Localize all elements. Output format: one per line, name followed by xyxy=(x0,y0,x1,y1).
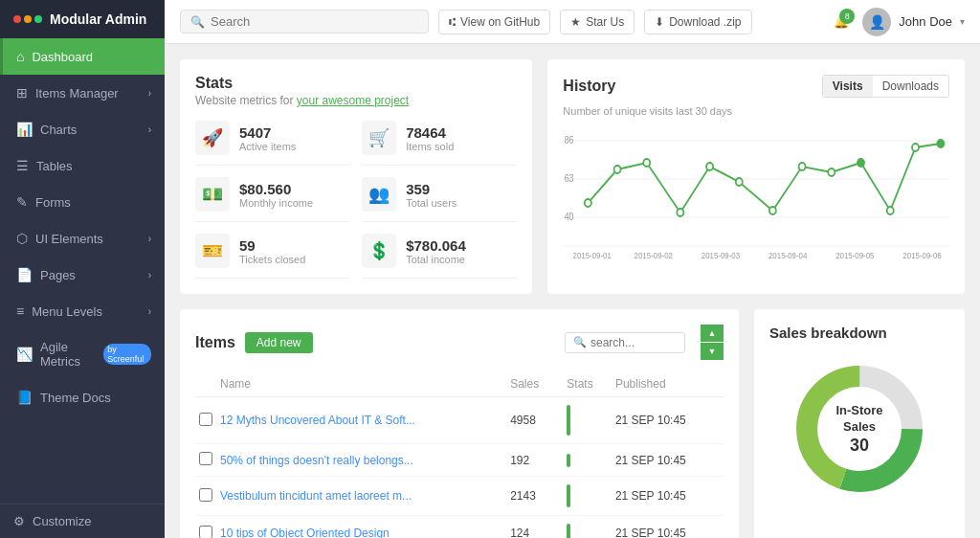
item-published-3: 21 SEP 10:45 xyxy=(612,516,724,539)
tab-downloads[interactable]: Downloads xyxy=(873,76,948,97)
stat-value-1: 78464 xyxy=(406,124,454,141)
stat-icon-4: 🎫 xyxy=(195,234,230,268)
search-input[interactable] xyxy=(211,14,418,29)
stat-item-3: 👥 359 Total users xyxy=(362,177,517,222)
svg-text:2015-09-02: 2015-09-02 xyxy=(635,250,674,260)
stats-card: Stats Website metrics for your awesome p… xyxy=(180,59,532,294)
mini-bar-1 xyxy=(567,454,570,467)
bottom-row: Items Add new 🔍 ▲ ▼ Name xyxy=(180,309,965,538)
logo-dot-green xyxy=(34,15,42,23)
notification-bell[interactable]: 🔔 8 xyxy=(834,14,849,29)
chevron-right-icon: › xyxy=(148,234,151,244)
svg-point-16 xyxy=(858,159,864,167)
star-button[interactable]: ★ Star Us xyxy=(560,10,635,34)
history-card: History Visits Downloads Number of uniqu… xyxy=(547,59,965,294)
item-name-1[interactable]: 50% of things doesn't really belongs... xyxy=(220,454,413,467)
history-subtitle: Number of unique visits last 30 days xyxy=(563,105,949,117)
svg-point-18 xyxy=(912,144,919,151)
stat-item-5: 💲 $780.064 Total income xyxy=(362,234,517,279)
stat-icon-3: 👥 xyxy=(362,177,396,212)
svg-text:2015-09-03: 2015-09-03 xyxy=(702,250,741,260)
sidebar-item-label: Menu Levels xyxy=(32,304,102,319)
chevron-right-icon: › xyxy=(148,270,151,280)
tab-visits[interactable]: Visits xyxy=(823,76,873,97)
item-name-2[interactable]: Vestibulum tincidunt amet laoreet m... xyxy=(220,489,412,503)
col-sales: Sales xyxy=(506,371,563,397)
stat-value-4: 59 xyxy=(239,237,305,254)
sort-up-button[interactable]: ▲ xyxy=(701,325,724,342)
user-menu[interactable]: 👤 John Doe ▾ xyxy=(862,8,965,36)
svg-point-8 xyxy=(614,166,621,173)
stat-label-2: Monthly income xyxy=(239,197,313,209)
sidebar-item-tables[interactable]: ☰ Tables xyxy=(0,147,165,184)
sidebar-item-ui-elements[interactable]: ⬡ UI Elements › xyxy=(0,220,165,257)
sidebar-item-dashboard[interactable]: ⌂ Dashboard xyxy=(0,38,165,75)
item-sales-0: 4958 xyxy=(506,397,563,444)
sidebar-item-theme-docs[interactable]: 📘 Theme Docs xyxy=(0,379,165,415)
svg-point-10 xyxy=(678,209,684,216)
add-new-button[interactable]: Add new xyxy=(245,332,313,353)
sidebar-item-agile-metrics[interactable]: 📉 Agile Metrics by Screenful xyxy=(0,329,165,379)
svg-point-11 xyxy=(706,163,713,170)
stat-icon-2: 💵 xyxy=(195,177,230,212)
svg-point-17 xyxy=(887,207,894,214)
row-checkbox-0[interactable] xyxy=(199,413,212,426)
ui-icon: ⬡ xyxy=(16,231,28,246)
table-row: 12 Myths Uncovered About IT & Soft... 49… xyxy=(195,397,724,444)
row-checkbox-2[interactable] xyxy=(199,488,212,502)
sidebar-item-label: Theme Docs xyxy=(40,391,111,405)
history-tabs: Visits Downloads xyxy=(822,75,949,98)
stat-label-4: Tickets closed xyxy=(239,254,305,265)
chevron-right-icon: › xyxy=(148,124,151,135)
history-title: History xyxy=(563,78,821,95)
topbar: 🔍 ⑆ View on GitHub ★ Star Us ⬇ Download … xyxy=(165,0,980,44)
sidebar-item-label: Charts xyxy=(40,123,77,137)
gear-icon: ⚙ xyxy=(13,514,25,528)
customize-label: Customize xyxy=(33,514,91,528)
menu-icon: ≡ xyxy=(16,303,24,319)
svg-text:2015-09-04: 2015-09-04 xyxy=(768,250,808,260)
svg-point-13 xyxy=(769,207,776,214)
form-icon: ✎ xyxy=(16,194,28,210)
search-icon-small: 🔍 xyxy=(573,336,587,348)
col-name: Name xyxy=(216,371,506,397)
stat-item-0: 🚀 5407 Active items xyxy=(195,121,350,166)
pages-icon: 📄 xyxy=(16,267,33,282)
user-name: John Doe xyxy=(899,14,952,29)
github-label: View on GitHub xyxy=(460,15,540,29)
download-button[interactable]: ⬇ Download .zip xyxy=(644,10,751,34)
items-search-input[interactable] xyxy=(590,336,677,349)
stat-icon-1: 🛒 xyxy=(362,121,396,155)
sidebar-item-pages[interactable]: 📄 Pages › xyxy=(0,257,165,293)
sidebar-item-forms[interactable]: ✎ Forms xyxy=(0,184,165,220)
sidebar-item-menu-levels[interactable]: ≡ Menu Levels › xyxy=(0,293,165,329)
customize-button[interactable]: ⚙ Customize xyxy=(0,504,165,538)
svg-point-19 xyxy=(938,140,945,147)
grid-icon: ⊞ xyxy=(16,85,28,101)
table-row: Vestibulum tincidunt amet laoreet m... 2… xyxy=(195,477,724,516)
items-search[interactable]: 🔍 xyxy=(565,332,685,353)
sidebar-item-label: UI Elements xyxy=(35,232,103,246)
search-box[interactable]: 🔍 xyxy=(180,10,429,34)
col-stats: Stats xyxy=(563,371,612,397)
donut-center-label: In-Store Sales xyxy=(821,403,898,436)
svg-point-9 xyxy=(644,159,651,167)
item-name-0[interactable]: 12 Myths Uncovered About IT & Soft... xyxy=(220,414,415,427)
sort-down-button[interactable]: ▼ xyxy=(701,343,724,360)
item-stats-1 xyxy=(563,444,612,477)
sidebar-item-label: Agile Metrics xyxy=(40,340,100,369)
stats-subtitle-link[interactable]: your awesome project xyxy=(297,94,409,107)
github-button[interactable]: ⑆ View on GitHub xyxy=(438,10,550,34)
avatar: 👤 xyxy=(862,8,891,36)
page-content: Stats Website metrics for your awesome p… xyxy=(165,44,980,538)
app-title: Modular Admin xyxy=(50,11,146,27)
mini-bar-0 xyxy=(567,405,570,436)
sidebar-item-charts[interactable]: 📊 Charts › xyxy=(0,111,165,147)
item-published-0: 21 SEP 10:45 xyxy=(612,397,724,444)
item-name-3[interactable]: 10 tips of Object Oriented Design xyxy=(220,527,390,538)
row-checkbox-1[interactable] xyxy=(199,452,212,465)
sidebar-item-items-manager[interactable]: ⊞ Items Manager › xyxy=(0,75,165,111)
item-sales-3: 124 xyxy=(506,516,563,539)
logo-dots xyxy=(13,15,42,23)
row-checkbox-3[interactable] xyxy=(199,526,212,539)
